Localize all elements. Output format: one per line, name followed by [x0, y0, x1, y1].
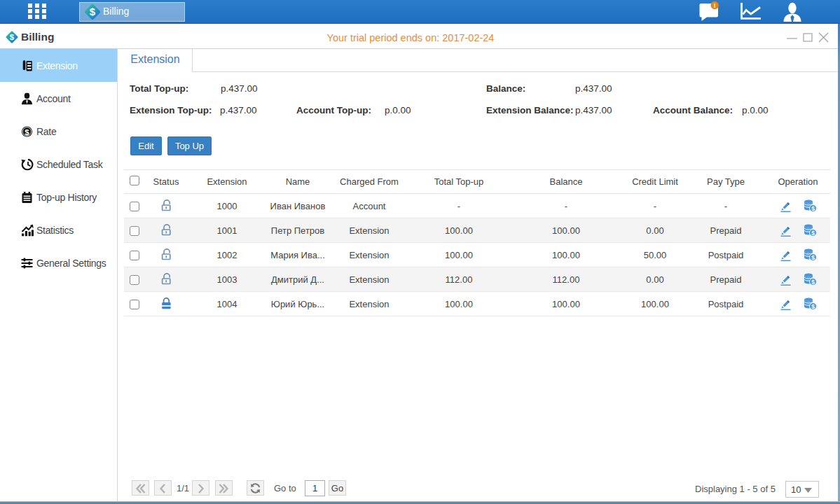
svg-text:$: $ [811, 303, 815, 310]
svg-text:$: $ [811, 254, 815, 261]
svg-text:$: $ [10, 33, 15, 41]
svg-text:$: $ [25, 127, 29, 136]
svg-text:$: $ [811, 230, 815, 237]
svg-text:$: $ [811, 205, 815, 212]
svg-text:$: $ [90, 6, 96, 18]
svg-text:$: $ [811, 279, 815, 286]
svg-text:!: ! [714, 1, 716, 9]
